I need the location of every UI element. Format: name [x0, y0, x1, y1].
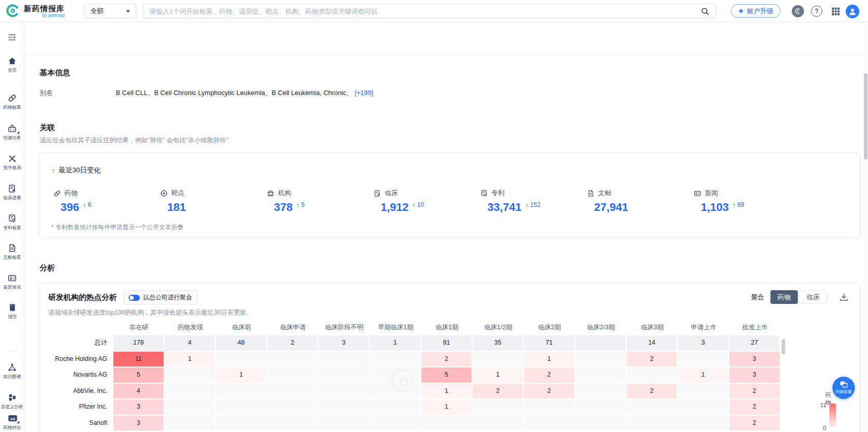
heatmap-cell[interactable]: 3 [113, 399, 164, 415]
heatmap-cell[interactable]: 2 [729, 384, 780, 399]
heatmap-row-label[interactable]: AbbVie, Inc. [48, 384, 113, 399]
heatmap-cell[interactable]: 1 [421, 384, 472, 399]
stat-文献[interactable]: 文献27,941 [587, 189, 694, 213]
stat-机构[interactable]: 机构378↑5 [267, 189, 374, 213]
heatmap-cell[interactable]: 11 [113, 352, 164, 367]
heatmap-cell[interactable]: 5 [421, 367, 472, 383]
heatmap-cell[interactable]: 2 [627, 384, 677, 399]
sidebar-item-7[interactable]: 文献检索 [0, 243, 24, 261]
heatmap-cell[interactable]: 1 [216, 367, 266, 383]
sidebar-item-4[interactable]: 竞争格局 [0, 154, 24, 171]
heatmap-cell[interactable]: 2 [627, 352, 677, 367]
heatmap-cell[interactable]: 5 [113, 367, 164, 383]
sidebar-item-11[interactable]: 自定义分析 [0, 393, 24, 410]
alias-text: B Cell CLL、B Cell Chronic Lymphocytic Le… [116, 89, 353, 97]
heatmap-cell[interactable]: 3 [678, 335, 728, 351]
sidebar-item-2[interactable]: 药物检索 [0, 94, 24, 111]
heatmap-cell[interactable]: 2 [421, 352, 472, 367]
window-scrollbar-thumb[interactable] [864, 73, 867, 160]
segment-button-药物[interactable]: 药物 [770, 290, 798, 304]
aggregate-by-parent-toggle[interactable]: 以总公司进行聚合 [123, 291, 197, 304]
sidebar-item-12[interactable]: VS药物对比 [0, 414, 24, 431]
sidebar-item-label: 最新资讯 [4, 285, 21, 291]
sidebar-item-3[interactable]: 快捷任务 [0, 124, 24, 141]
heatmap-cell[interactable]: 2 [267, 335, 318, 351]
segment-button-临床[interactable]: 临床 [799, 290, 827, 304]
heatmap-cell[interactable]: 1 [421, 399, 472, 415]
heatmap-cell[interactable]: 1 [370, 335, 420, 351]
sidebar-item-8[interactable]: 最新资讯 [0, 273, 24, 291]
heatmap-cell[interactable]: 35 [473, 335, 523, 351]
heatmap-cell[interactable]: 1 [165, 352, 215, 367]
stat-新闻[interactable]: 新闻1,103↑69 [694, 189, 800, 213]
stat-靶点[interactable]: 靶点181 [160, 189, 267, 213]
heatmap-cell[interactable]: 3 [729, 367, 780, 383]
search-input[interactable] [149, 8, 701, 15]
heatmap-cell[interactable]: 4 [113, 384, 164, 399]
help-icon[interactable]: ? [811, 6, 822, 17]
sidebar-item-10[interactable]: 知识图谱 [0, 363, 24, 380]
apps-grid-icon[interactable] [829, 5, 842, 17]
feedback-button[interactable]: 问题反馈 [832, 377, 855, 399]
heatmap-cell[interactable]: 71 [524, 335, 574, 351]
pill-icon [8, 94, 17, 103]
table-scrollbar-thumb[interactable] [782, 339, 785, 354]
heatmap-cell[interactable]: 1 [678, 367, 728, 383]
sidebar-item-label: 自定义分析 [1, 404, 23, 410]
stat-value: 27,941 [594, 201, 628, 213]
stat-label: 药物 [65, 189, 78, 198]
heatmap-cell[interactable]: 1 [473, 367, 523, 383]
sidebar-item-9[interactable]: 报告 [0, 303, 24, 320]
search-icon[interactable] [701, 7, 709, 16]
collapse-sidebar-icon[interactable] [7, 33, 17, 42]
stat-专利[interactable]: 专利33,741↑152 [480, 189, 587, 213]
heatmap-cell[interactable]: 2 [729, 416, 780, 431]
heatmap-column-header: 临床2/3期 [575, 321, 627, 334]
patsnap-icon[interactable] [792, 5, 804, 17]
heatmap-cell [575, 367, 626, 383]
app-window: 新药情报库 by patsnap 全部 ★ 账户升级 ? [0, 0, 868, 432]
heatmap-cell[interactable]: 2 [473, 384, 523, 399]
heatmap-row-label[interactable]: Roche Holding AG [48, 352, 113, 367]
heatmap-cell[interactable]: 3 [319, 335, 369, 351]
sidebar-item-1[interactable]: 首页 [0, 56, 24, 74]
heatmap-row-label[interactable]: Pfizer Inc. [48, 399, 113, 415]
upgrade-button[interactable]: ★ 账户升级 [731, 4, 781, 18]
heatmap-cell[interactable]: 91 [421, 335, 472, 351]
sidebar-item-5[interactable]: 临床进展 [0, 184, 24, 201]
star-icon: ★ [738, 7, 744, 15]
heatmap-cell[interactable]: 2 [729, 399, 780, 415]
submenu-corner [17, 131, 19, 134]
stat-临床[interactable]: 临床1,912↑10 [374, 189, 480, 213]
heatmap-row-label[interactable]: Sanofi [48, 416, 113, 431]
heatmap-cell[interactable]: 1 [524, 352, 574, 367]
heatmap-cell[interactable]: 14 [627, 335, 677, 351]
avatar-icon[interactable] [846, 5, 859, 18]
alias-more-link[interactable]: [+199] [355, 89, 374, 97]
heatmap-cell[interactable]: 27 [729, 335, 780, 351]
heatmap-cell[interactable]: 3 [113, 416, 164, 431]
sidebar-item-label: 药物对比 [4, 425, 21, 431]
heatmap-cell[interactable]: 4 [165, 335, 215, 351]
page-title-bar [24, 22, 868, 55]
heatmap-cell[interactable]: 3 [729, 352, 780, 367]
stat-label: 临床 [385, 189, 398, 198]
heatmap-cell [267, 416, 318, 431]
report-icon [8, 303, 17, 312]
heatmap-column-header: 批准上市 [729, 321, 781, 334]
search-scope-select[interactable]: 全部 [84, 4, 136, 19]
app-logo[interactable]: 新药情报库 by patsnap [5, 3, 65, 18]
heatmap-cell[interactable]: 178 [113, 335, 164, 351]
stat-药物[interactable]: 药物396↑6 [53, 189, 160, 213]
sidebar-item-label: 竞争格局 [4, 165, 21, 171]
stat-label: 新闻 [705, 189, 718, 198]
window-scrollbar[interactable] [863, 22, 868, 432]
heatmap-cell[interactable]: 48 [216, 335, 266, 351]
heatmap-row-label[interactable]: Novartis AG [48, 367, 113, 383]
heatmap-column-header: 临床前 [216, 321, 267, 334]
sidebar-item-6[interactable]: 专利检索 [0, 214, 24, 231]
custom-analysis-icon [8, 393, 17, 402]
download-icon[interactable] [839, 292, 849, 302]
heatmap-cell[interactable]: 2 [524, 367, 574, 383]
heatmap-cell[interactable]: 2 [524, 384, 574, 399]
